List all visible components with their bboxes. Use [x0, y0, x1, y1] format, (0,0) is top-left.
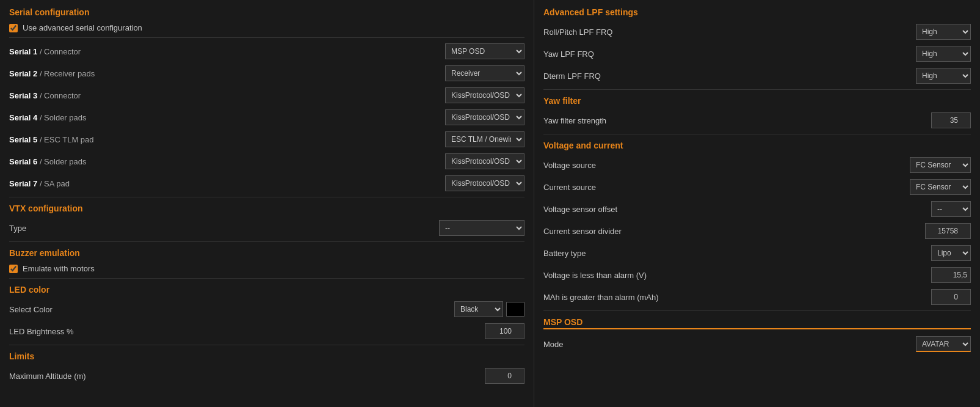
- serial-7-control: KissProtocol/OSD MSP OSD Receiver ESC TL…: [445, 175, 524, 191]
- msp-osd-divider: [543, 310, 971, 311]
- mah-alarm-row: MAh is greater than alarm (mAh): [543, 288, 971, 306]
- msp-osd-mode-control: AVATAR MSP Auto: [916, 336, 971, 352]
- use-advanced-checkbox[interactable]: [9, 24, 18, 32]
- led-color-select[interactable]: Black Red Green Blue White Yellow: [454, 301, 503, 317]
- battery-type-label: Battery type: [543, 249, 916, 258]
- current-divider-input[interactable]: [925, 223, 971, 239]
- msp-osd-title: MSP OSD: [543, 317, 971, 329]
- serial-3-select[interactable]: KissProtocol/OSD MSP OSD Receiver ESC TL…: [445, 87, 524, 103]
- led-brightness-label: LED Brightness %: [9, 327, 485, 336]
- serial-7-select[interactable]: KissProtocol/OSD MSP OSD Receiver ESC TL…: [445, 175, 524, 191]
- serial-1-select[interactable]: MSP OSD KissProtocol/OSD Receiver ESC TL…: [445, 43, 524, 59]
- right-panel: Advanced LPF settings Roll/Pitch LPF FRQ…: [534, 0, 980, 407]
- roll-pitch-control: High Medium Low Off: [916, 24, 971, 40]
- current-divider-row: Current sensor divider: [543, 222, 971, 240]
- serial-6-control: KissProtocol/OSD MSP OSD Receiver ESC TL…: [445, 153, 524, 169]
- voltage-source-control: FC Sensor ESC None: [910, 157, 971, 173]
- yaw-filter-divider: [543, 89, 971, 90]
- dterm-lpf-control: High Medium Low Off: [916, 68, 971, 84]
- max-altitude-row: Maximum Altitude (m): [9, 367, 524, 384]
- dterm-lpf-row: Dterm LPF FRQ High Medium Low Off: [543, 67, 971, 84]
- emulate-motors-row: Emulate with motors: [9, 264, 524, 273]
- voltage-source-row: Voltage source FC Sensor ESC None: [543, 156, 971, 174]
- max-altitude-label: Maximum Altitude (m): [9, 372, 485, 381]
- mah-alarm-control: [916, 289, 971, 305]
- voltage-offset-select[interactable]: -- 0 1 2: [931, 201, 971, 217]
- serial-6-select[interactable]: KissProtocol/OSD MSP OSD Receiver ESC TL…: [445, 153, 524, 169]
- max-altitude-input[interactable]: [485, 368, 524, 384]
- led-color-preview: [506, 302, 524, 317]
- msp-osd-mode-label: Mode: [543, 340, 916, 349]
- serial-5-control: ESC TLM / Onewire KissProtocol/OSD MSP O…: [445, 131, 524, 147]
- yaw-strength-label: Yaw filter strength: [543, 116, 916, 125]
- led-color-row: Select Color Black Red Green Blue White …: [9, 301, 524, 318]
- yaw-strength-row: Yaw filter strength: [543, 112, 971, 129]
- vtx-type-label: Type: [9, 224, 439, 233]
- yaw-strength-input[interactable]: [931, 112, 971, 128]
- voltage-source-label: Voltage source: [543, 161, 910, 170]
- emulate-motors-checkbox[interactable]: [9, 265, 18, 273]
- dterm-lpf-label: Dterm LPF FRQ: [543, 72, 916, 81]
- current-divider-label: Current sensor divider: [543, 227, 916, 236]
- vtx-config-title: VTX configuration: [9, 204, 524, 213]
- battery-type-control: Lipo LiHV NiMH: [916, 245, 971, 261]
- serial-4-row: Serial 4 / Solder pads KissProtocol/OSD …: [9, 109, 524, 126]
- yaw-lpf-control: High Medium Low Off: [916, 46, 971, 62]
- msp-osd-mode-select[interactable]: AVATAR MSP Auto: [916, 336, 971, 352]
- serial-2-select[interactable]: Receiver MSP OSD KissProtocol/OSD ESC TL…: [445, 65, 524, 81]
- serial-7-label: Serial 7 / SA pad: [9, 179, 445, 188]
- serial-5-row: Serial 5 / ESC TLM pad ESC TLM / Onewire…: [9, 131, 524, 148]
- voltage-offset-label: Voltage sensor offset: [543, 205, 916, 214]
- yaw-lpf-select[interactable]: High Medium Low Off: [916, 46, 971, 62]
- battery-type-row: Battery type Lipo LiHV NiMH: [543, 244, 971, 262]
- voltage-source-select[interactable]: FC Sensor ESC None: [910, 157, 971, 173]
- buzzer-title: Buzzer emulation: [9, 248, 524, 258]
- serial-2-label: Serial 2 / Receiver pads: [9, 69, 445, 78]
- led-brightness-input[interactable]: [485, 323, 524, 339]
- serial-1-row: Serial 1 / Connector MSP OSD KissProtoco…: [9, 43, 524, 60]
- current-source-row: Current source FC Sensor ESC None: [543, 178, 971, 196]
- advanced-lpf-title: Advanced LPF settings: [543, 7, 971, 17]
- current-source-select[interactable]: FC Sensor ESC None: [910, 179, 971, 195]
- roll-pitch-label: Roll/Pitch LPF FRQ: [543, 28, 916, 37]
- mah-alarm-input[interactable]: [931, 289, 971, 305]
- serial-5-select[interactable]: ESC TLM / Onewire KissProtocol/OSD MSP O…: [445, 131, 524, 147]
- current-source-label: Current source: [543, 183, 910, 192]
- roll-pitch-select[interactable]: High Medium Low Off: [916, 24, 971, 40]
- main-container: Serial configuration Use advanced serial…: [0, 0, 980, 407]
- use-advanced-row: Use advanced serial configuration: [9, 23, 524, 32]
- left-panel: Serial configuration Use advanced serial…: [0, 0, 534, 407]
- serial-4-control: KissProtocol/OSD MSP OSD Receiver ESC TL…: [445, 109, 524, 125]
- mah-alarm-label: MAh is greater than alarm (mAh): [543, 293, 916, 302]
- serial-3-label: Serial 3 / Connector: [9, 91, 445, 100]
- serial-4-select[interactable]: KissProtocol/OSD MSP OSD Receiver ESC TL…: [445, 109, 524, 125]
- vtx-type-select[interactable]: -- Type A Type B: [439, 220, 524, 236]
- serial-1-control: MSP OSD KissProtocol/OSD Receiver ESC TL…: [445, 43, 524, 59]
- limits-divider: [9, 345, 524, 345]
- serial-5-label: Serial 5 / ESC TLM pad: [9, 135, 445, 144]
- vtx-type-row: Type -- Type A Type B: [9, 219, 524, 237]
- buzzer-divider: [9, 241, 524, 242]
- serial-config-title: Serial configuration: [9, 7, 524, 17]
- led-title: LED color: [9, 285, 524, 295]
- battery-type-select[interactable]: Lipo LiHV NiMH: [931, 245, 971, 261]
- voltage-alarm-input[interactable]: [931, 267, 971, 283]
- led-brightness-control: [485, 323, 524, 339]
- yaw-filter-title: Yaw filter: [543, 96, 971, 106]
- led-color-control: Black Red Green Blue White Yellow: [454, 301, 524, 317]
- voltage-current-divider: [543, 134, 971, 134]
- vtx-type-control: -- Type A Type B: [439, 220, 524, 236]
- voltage-current-title: Voltage and current: [543, 141, 971, 150]
- voltage-offset-row: Voltage sensor offset -- 0 1 2: [543, 200, 971, 218]
- max-altitude-control: [485, 368, 524, 384]
- serial-4-label: Serial 4 / Solder pads: [9, 113, 445, 122]
- dterm-lpf-select[interactable]: High Medium Low Off: [916, 68, 971, 84]
- serial-2-row: Serial 2 / Receiver pads Receiver MSP OS…: [9, 65, 524, 82]
- led-divider: [9, 278, 524, 279]
- serial-6-label: Serial 6 / Solder pads: [9, 157, 445, 166]
- serial-2-control: Receiver MSP OSD KissProtocol/OSD ESC TL…: [445, 65, 524, 81]
- use-advanced-label: Use advanced serial configuration: [23, 23, 142, 32]
- led-brightness-row: LED Brightness %: [9, 323, 524, 340]
- led-color-label: Select Color: [9, 305, 454, 314]
- emulate-motors-label: Emulate with motors: [23, 264, 95, 273]
